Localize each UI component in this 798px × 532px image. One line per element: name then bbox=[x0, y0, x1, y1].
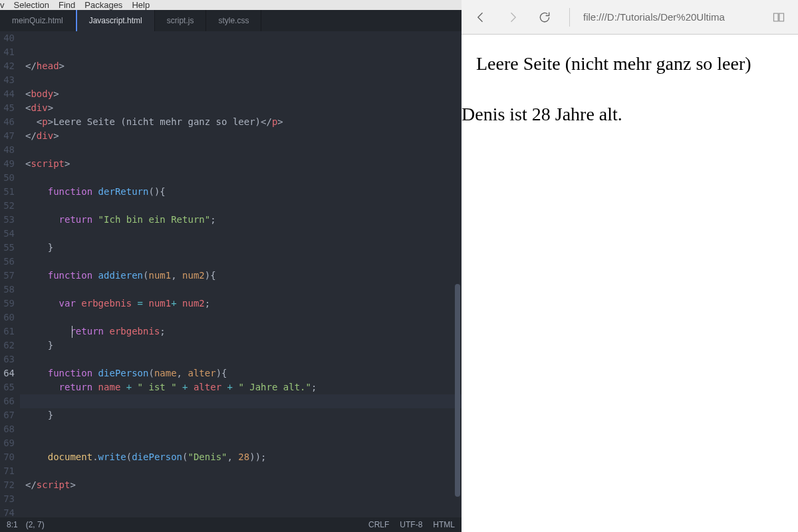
status-encoding[interactable]: UTF-8 bbox=[400, 520, 422, 529]
browser-window: file:///D:/Tutorials/Der%20Ultima Leere … bbox=[462, 0, 798, 532]
tab-stylecss[interactable]: style.css bbox=[206, 10, 261, 31]
status-eol[interactable]: CRLF bbox=[368, 520, 389, 529]
tab-meinquiz[interactable]: meinQuiz.html bbox=[0, 10, 76, 31]
tab-javascript[interactable]: Javascript.html bbox=[76, 10, 155, 31]
status-selection: (2, 7) bbox=[26, 520, 45, 529]
status-language[interactable]: HTML bbox=[433, 520, 455, 529]
code-text[interactable]: </head><body><div> <p>Leere Seite (nicht… bbox=[20, 31, 462, 517]
menu-help[interactable]: Help bbox=[132, 0, 150, 10]
menu-view-fragment[interactable]: v bbox=[0, 0, 5, 10]
line-gutter: 4041424344454647484950515253545556575859… bbox=[0, 31, 20, 517]
menu-selection[interactable]: Selection bbox=[14, 0, 49, 10]
forward-icon[interactable] bbox=[505, 10, 520, 25]
editor-tabbar: meinQuiz.html Javascript.html script.js … bbox=[0, 10, 462, 31]
text-caret bbox=[72, 326, 72, 338]
url-bar[interactable]: file:///D:/Tutorials/Der%20Ultima bbox=[569, 8, 754, 27]
reload-icon[interactable] bbox=[537, 10, 552, 25]
code-editor: v Selection Find Packages Help meinQuiz.… bbox=[0, 0, 462, 532]
vertical-scrollbar[interactable] bbox=[455, 284, 460, 497]
browser-viewport: Leere Seite (nicht mehr ganz so leer) De… bbox=[462, 35, 798, 532]
editor-menubar: v Selection Find Packages Help bbox=[0, 0, 462, 10]
menu-packages[interactable]: Packages bbox=[84, 0, 122, 10]
browser-toolbar: file:///D:/Tutorials/Der%20Ultima bbox=[462, 0, 798, 35]
status-cursor-pos: 8:1 bbox=[7, 520, 18, 529]
page-script-output: Denis ist 28 Jahre alt. bbox=[462, 104, 798, 125]
page-heading: Leere Seite (nicht mehr ganz so leer) bbox=[476, 53, 798, 74]
tab-scriptjs[interactable]: script.js bbox=[155, 10, 207, 31]
code-area[interactable]: 4041424344454647484950515253545556575859… bbox=[0, 31, 462, 517]
editor-statusbar: 8:1 (2, 7) CRLF UTF-8 HTML bbox=[0, 517, 462, 532]
back-icon[interactable] bbox=[473, 10, 488, 25]
menu-find[interactable]: Find bbox=[59, 0, 75, 10]
reading-view-icon[interactable] bbox=[771, 10, 786, 25]
